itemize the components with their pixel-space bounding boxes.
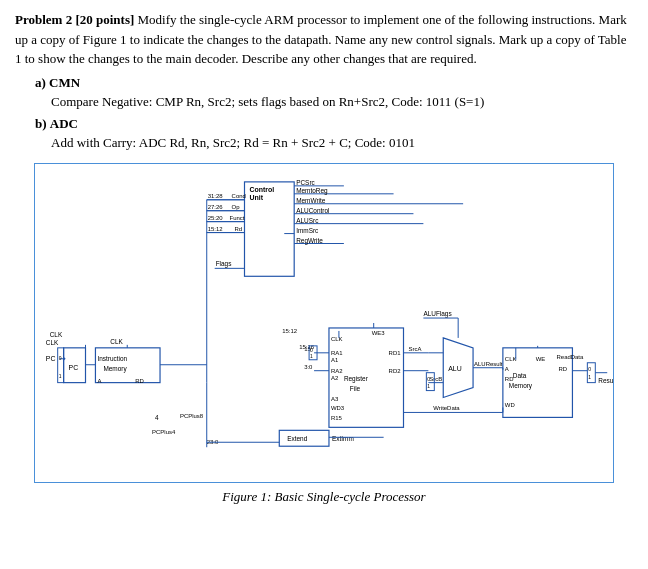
svg-text:CLK: CLK: [110, 337, 123, 344]
svg-text:Cond: Cond: [232, 192, 246, 198]
svg-text:15:12: 15:12: [208, 225, 224, 231]
svg-text:RegWrite: RegWrite: [296, 236, 323, 244]
svg-text:PCSrc: PCSrc: [296, 178, 315, 185]
svg-text:Op: Op: [232, 203, 241, 209]
diagram-wrapper: Control Unit 31:28 Cond 27:26 Op 25:20 F…: [34, 163, 614, 483]
part-a-name: CMN: [49, 75, 80, 90]
svg-text:RA2: RA2: [331, 367, 343, 373]
svg-text:CLK: CLK: [46, 338, 59, 345]
figure-container: Control Unit 31:28 Cond 27:26 Op 25:20 F…: [15, 163, 633, 505]
part-b-name: ADC: [50, 116, 78, 131]
diagram-svg: Control Unit 31:28 Cond 27:26 Op 25:20 F…: [35, 164, 613, 482]
svg-text:PC: PC: [46, 354, 56, 361]
svg-text:Memory: Memory: [103, 364, 127, 372]
svg-text:WD: WD: [505, 402, 516, 408]
svg-text:Result: Result: [598, 376, 613, 383]
svg-text:PCPlus8: PCPlus8: [180, 413, 204, 419]
svg-text:ImmSrc: ImmSrc: [296, 226, 319, 233]
svg-text:25:20: 25:20: [208, 214, 224, 220]
figure-caption: Figure 1: Basic Single-cycle Processor: [222, 489, 425, 505]
svg-text:PC: PC: [69, 363, 79, 370]
part-b-label: b): [35, 116, 47, 131]
svg-text:1: 1: [588, 374, 591, 379]
svg-text:15:12: 15:12: [282, 327, 298, 333]
svg-text:SrcA: SrcA: [408, 345, 421, 351]
svg-text:CLK: CLK: [50, 330, 63, 337]
svg-text:ALUFlags: ALUFlags: [423, 310, 451, 318]
svg-text:PCPlus4: PCPlus4: [152, 429, 176, 435]
svg-text:RD1: RD1: [389, 349, 402, 355]
svg-text:ALUSrc: ALUSrc: [296, 216, 319, 223]
svg-text:31:28: 31:28: [208, 192, 224, 198]
svg-text:0: 0: [427, 376, 430, 381]
svg-text:4: 4: [155, 414, 159, 421]
svg-text:ALU: ALU: [448, 364, 462, 371]
svg-text:Flags: Flags: [216, 260, 232, 268]
svg-text:3:0: 3:0: [304, 363, 313, 369]
svg-text:Control: Control: [249, 185, 274, 192]
svg-text:WD3: WD3: [331, 405, 345, 411]
svg-text:Register: Register: [344, 374, 369, 382]
svg-text:0: 0: [310, 347, 313, 352]
svg-text:ExtImm: ExtImm: [332, 435, 354, 442]
svg-text:SrcB: SrcB: [429, 375, 442, 381]
svg-text:RD2: RD2: [389, 367, 402, 373]
svg-text:0: 0: [59, 355, 62, 360]
svg-text:27:26: 27:26: [208, 203, 224, 209]
svg-text:WriteData: WriteData: [433, 405, 460, 411]
svg-text:Unit: Unit: [249, 193, 263, 200]
problem-header: Problem 2 [20 points]: [15, 12, 134, 27]
svg-text:RD: RD: [559, 365, 568, 371]
svg-text:1: 1: [427, 383, 430, 388]
part-a-desc: Compare Negative: CMP Rn, Src2; sets fla…: [51, 92, 633, 112]
problem-section: Problem 2 [20 points] Modify the single-…: [15, 10, 633, 153]
svg-text:Instruction: Instruction: [97, 354, 127, 361]
svg-text:A: A: [97, 377, 101, 383]
svg-text:0: 0: [588, 366, 591, 371]
svg-text:WE: WE: [536, 355, 546, 361]
svg-text:1: 1: [59, 373, 62, 378]
svg-text:MemtoReg: MemtoReg: [296, 186, 328, 194]
part-b-desc: Add with Carry: ADC Rd, Rn, Src2; Rd = R…: [51, 133, 633, 153]
svg-text:R15: R15: [331, 415, 343, 421]
svg-text:A1: A1: [331, 356, 339, 362]
svg-text:A: A: [505, 365, 509, 371]
svg-text:Extend: Extend: [287, 435, 307, 442]
svg-text:A2: A2: [331, 374, 339, 380]
svg-text:Rd: Rd: [235, 225, 243, 231]
svg-text:ALUResult: ALUResult: [474, 360, 503, 366]
part-a-label: a): [35, 75, 46, 90]
svg-text:Memory: Memory: [509, 381, 533, 389]
svg-text:CLK: CLK: [331, 335, 343, 341]
svg-text:A3: A3: [331, 395, 339, 401]
svg-text:ALUControl: ALUControl: [296, 206, 329, 213]
svg-text:MemWrite: MemWrite: [296, 196, 326, 203]
svg-text:RD: RD: [505, 375, 514, 381]
svg-text:CLK: CLK: [505, 355, 517, 361]
svg-text:WE3: WE3: [372, 329, 386, 335]
svg-text:ReadData: ReadData: [557, 353, 584, 359]
svg-text:RA1: RA1: [331, 349, 343, 355]
svg-text:Data: Data: [513, 371, 527, 378]
svg-text:RD: RD: [135, 377, 144, 383]
svg-text:1: 1: [310, 353, 313, 358]
svg-text:File: File: [350, 384, 361, 391]
svg-text:Funct: Funct: [230, 214, 245, 220]
